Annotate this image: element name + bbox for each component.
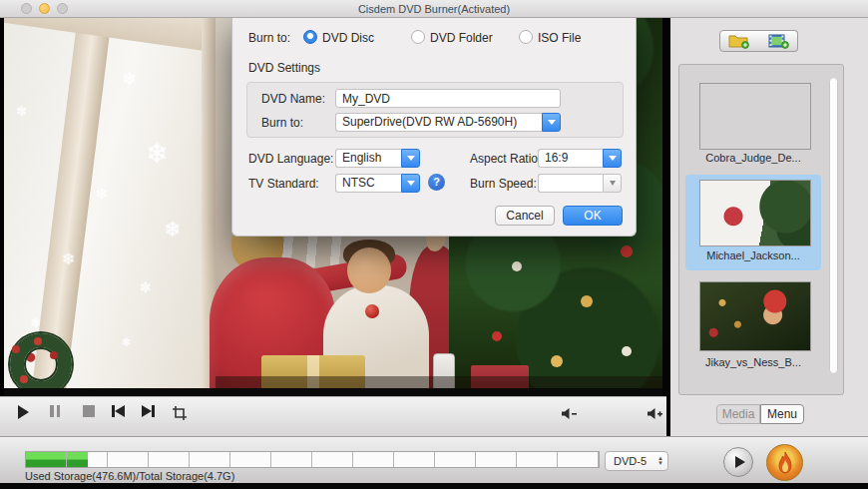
aspect-ratio-label: Aspect Ratio:	[470, 152, 541, 166]
video-thumbnail-selected[interactable]	[699, 180, 811, 246]
red-ornament	[365, 304, 379, 318]
snowflake-decal: ❄	[62, 249, 75, 268]
crop-icon	[172, 405, 188, 421]
snowflake-decal: ✼	[140, 279, 152, 295]
pause-button[interactable]	[50, 405, 60, 417]
pause-icon	[50, 405, 60, 417]
cancel-button[interactable]: Cancel	[495, 206, 555, 226]
dropdown-button[interactable]	[401, 149, 420, 168]
christmas-wreath	[10, 333, 72, 395]
dvd-settings-title: DVD Settings	[248, 61, 320, 75]
chevron-down-icon	[407, 156, 415, 161]
video-thumbnail[interactable]	[699, 281, 811, 351]
stepper-icon: ▲▼	[657, 456, 663, 466]
chevron-down-icon	[609, 156, 617, 161]
burn-button[interactable]	[766, 444, 803, 481]
snapshot-button[interactable]	[172, 405, 188, 421]
add-video-button[interactable]	[758, 30, 798, 52]
snowflake-decal: ❄	[146, 138, 169, 170]
tv-standard-select[interactable]: NTSC	[335, 174, 420, 193]
scrollbar-thumb[interactable]	[829, 77, 838, 374]
snowflake-decal: ❄	[164, 218, 182, 242]
boy-face	[347, 247, 391, 293]
snowflake-decal: ❄	[122, 68, 137, 90]
radio-iso-file[interactable]	[519, 30, 533, 44]
disc-type-select[interactable]: DVD-5 ▲▼	[605, 451, 668, 471]
burn-speed-label: Burn Speed:	[470, 177, 537, 191]
media-sidebar: Cobra_Judge_De... Michael_Jackson... Jik…	[670, 18, 868, 436]
next-icon	[142, 405, 152, 417]
tv-standard-value: NTSC	[335, 174, 401, 193]
storage-meter-segments	[26, 452, 599, 467]
chevron-down-icon	[610, 181, 616, 186]
player-controls-bar: 00:00:00/00:04:41	[0, 396, 666, 436]
dvd-name-label: DVD Name:	[261, 92, 325, 106]
burn-device-select[interactable]: SuperDrive(DVD RW AD-5690H)	[335, 113, 561, 132]
video-bottom-bar	[4, 388, 662, 396]
dropdown-button[interactable]	[603, 174, 622, 193]
aspect-ratio-select[interactable]: 16:9	[538, 149, 622, 168]
dropdown-button[interactable]	[542, 113, 561, 132]
burn-to-label: Burn to:	[248, 31, 290, 45]
ok-button[interactable]: OK	[563, 206, 623, 226]
play-icon	[735, 456, 745, 468]
dropdown-button[interactable]	[603, 149, 622, 168]
dvd-name-input[interactable]	[335, 89, 561, 108]
video-thumbnail[interactable]	[699, 83, 811, 150]
speaker-minus-icon	[561, 407, 578, 420]
dropdown-button[interactable]	[401, 174, 420, 193]
tab-menu[interactable]: Menu	[760, 404, 804, 424]
burn-settings-dialog: Burn to: DVD Disc DVD Folder ISO File DV…	[231, 18, 637, 237]
video-right-edge	[662, 18, 670, 396]
video-list: Cobra_Judge_De... Michael_Jackson... Jik…	[678, 64, 844, 395]
window-bottom-edge	[0, 483, 868, 489]
video-title: Jikay_vs_Ness_B...	[679, 356, 827, 368]
floor-shadow	[216, 376, 662, 388]
video-title: Cobra_Judge_De...	[679, 152, 827, 164]
snowflake-decal: ✼	[96, 186, 108, 202]
dvd-settings-group: DVD Name: Burn to: SuperDrive(DVD RW AD-…	[246, 82, 624, 138]
storage-meter	[25, 451, 600, 468]
storage-text: Used Storage(476.6M)/Total Storage(4.7G)	[25, 470, 234, 482]
bottom-bar: Used Storage(476.6M)/Total Storage(4.7G)…	[0, 436, 868, 483]
dvd-language-label: DVD Language:	[248, 152, 333, 166]
radio-dvd-folder-label: DVD Folder	[430, 31, 493, 45]
window-title: Cisdem DVD Burner(Activated)	[0, 3, 868, 15]
burn-speed-select[interactable]	[538, 174, 622, 193]
snowflake-decal: ❄	[30, 315, 41, 330]
burn-device-value: SuperDrive(DVD RW AD-5690H)	[335, 113, 542, 132]
radio-iso-file-label: ISO File	[538, 31, 581, 45]
next-button[interactable]	[142, 405, 155, 417]
aspect-ratio-value: 16:9	[538, 149, 603, 168]
flame-icon	[775, 451, 795, 475]
title-bar: Cisdem DVD Burner(Activated)	[0, 0, 868, 18]
tab-media[interactable]: Media	[716, 404, 760, 424]
film-plus-icon	[767, 33, 789, 49]
stop-icon	[83, 405, 95, 417]
speaker-plus-icon	[647, 407, 663, 420]
stop-button[interactable]	[83, 405, 95, 417]
volume-down-button[interactable]	[561, 407, 578, 420]
radio-dvd-disc[interactable]	[303, 30, 317, 44]
tv-standard-label: TV Standard:	[248, 177, 319, 191]
chevron-down-icon	[548, 120, 556, 125]
play-icon	[18, 405, 29, 419]
help-icon[interactable]: ?	[428, 174, 445, 191]
burn-device-label: Burn to:	[261, 116, 303, 130]
add-folder-button[interactable]	[719, 30, 759, 52]
volume-up-button[interactable]	[647, 407, 663, 420]
chevron-down-icon	[407, 181, 415, 186]
disc-type-value: DVD-5	[614, 455, 657, 467]
preview-play-button[interactable]	[723, 447, 753, 477]
play-button[interactable]	[18, 405, 29, 419]
radio-dvd-folder[interactable]	[411, 30, 425, 44]
folder-plus-icon	[728, 34, 750, 49]
dvd-language-select[interactable]: English	[335, 149, 420, 168]
previous-button[interactable]	[112, 405, 125, 417]
dvd-language-value: English	[335, 149, 401, 168]
radio-dvd-disc-label: DVD Disc	[322, 31, 374, 45]
snowflake-decal: ✼	[16, 104, 27, 119]
video-title: Michael_Jackson...	[679, 249, 827, 261]
burn-speed-value	[538, 174, 603, 193]
snowflake-decal: ❄	[122, 335, 132, 349]
